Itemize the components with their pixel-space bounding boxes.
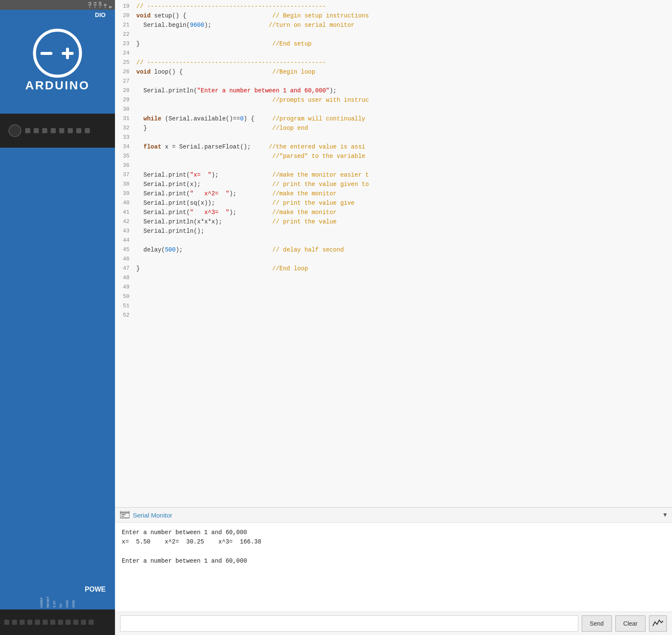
- code-line-27: 27: [115, 77, 672, 86]
- line-content-31: while (Serial.available()==0) { //progra…: [136, 114, 669, 123]
- serial-clear-button[interactable]: Clear: [615, 615, 646, 632]
- code-line-23: 23 } //End setup: [115, 39, 672, 49]
- arduino-logo-area: ARDUINO: [0, 19, 115, 101]
- code-line-28: 28 Serial.println("Enter a number betwee…: [115, 86, 672, 95]
- line-num-50: 50: [115, 292, 136, 301]
- line-num-31: 31: [115, 114, 136, 123]
- line-content-28: Serial.println("Enter a number between 1…: [136, 86, 669, 95]
- pin-label-8: 8: [108, 2, 112, 8]
- line-num-36: 36: [115, 161, 136, 170]
- bottom-hole-11: [81, 620, 86, 625]
- serial-monitor-header: Serial Monitor ▼: [115, 508, 672, 523]
- serial-input-field[interactable]: [120, 615, 578, 632]
- bottom-hole-10: [73, 620, 78, 625]
- serial-graph-button[interactable]: [649, 615, 667, 632]
- code-line-48: 48: [115, 273, 672, 283]
- dio-label: DIO: [95, 11, 110, 18]
- line-content-43: Serial.println();: [136, 226, 669, 236]
- code-line-29: 29 //prompts user with instruc: [115, 95, 672, 105]
- code-line-32: 32 } //loop end: [115, 123, 672, 133]
- serial-send-button[interactable]: Send: [582, 615, 612, 632]
- serial-title-area: Serial Monitor: [120, 511, 172, 519]
- line-num-32: 32: [115, 123, 136, 133]
- hole-1: [25, 128, 30, 133]
- line-content-26: void loop() { //Begin loop: [136, 67, 669, 77]
- line-content-23: } //End setup: [136, 39, 669, 49]
- bottom-hole-3: [20, 620, 25, 625]
- code-line-37: 37 Serial.print("x= "); //make the monit…: [115, 170, 672, 180]
- code-line-31: 31 while (Serial.available()==0) { //pro…: [115, 114, 672, 123]
- code-line-33: 33: [115, 133, 672, 142]
- bottom-hole-6: [43, 620, 48, 625]
- line-num-38: 38: [115, 180, 136, 189]
- line-num-37: 37: [115, 170, 136, 180]
- svg-rect-5: [120, 512, 129, 513]
- code-line-41: 41 Serial.print(" x^3= "); //make the mo…: [115, 208, 672, 217]
- hole-3: [42, 128, 47, 133]
- code-line-44: 44: [115, 236, 672, 245]
- bottom-hole-1: [4, 620, 9, 625]
- code-line-35: 35 //"parsed" to the variable: [115, 152, 672, 161]
- line-num-41: 41: [115, 208, 136, 217]
- bottom-hole-12: [89, 620, 94, 625]
- line-content-21: Serial.begin(9600); //turn on serial mon…: [136, 20, 669, 30]
- bottom-hole-5: [35, 620, 40, 625]
- pin-label-10: ~10: [98, 2, 102, 8]
- bottom-hole-7: [50, 620, 55, 625]
- main-content: 19 // ----------------------------------…: [115, 0, 672, 635]
- line-num-28: 28: [115, 86, 136, 95]
- line-num-40: 40: [115, 198, 136, 208]
- arduino-sidebar: ~12 ~11 ~10 ~9 8 DIO ARDUINO: [0, 0, 115, 635]
- line-num-20: 20: [115, 11, 136, 20]
- line-num-24: 24: [115, 49, 136, 58]
- svg-rect-3: [66, 48, 69, 59]
- line-content-45: delay(500); // delay half second: [136, 245, 669, 255]
- code-line-22: 22: [115, 30, 672, 39]
- serial-output-line-2: x= 5.50 x^2= 30.25 x^3= 166.38: [122, 537, 665, 546]
- serial-graph-icon: [652, 618, 664, 629]
- bottom-hole-2: [12, 620, 17, 625]
- code-line-43: 43 Serial.println();: [115, 226, 672, 236]
- line-num-42: 42: [115, 217, 136, 226]
- serial-collapse-button[interactable]: ▼: [663, 512, 667, 518]
- hole-8: [85, 128, 90, 133]
- svg-rect-1: [40, 52, 52, 55]
- code-line-21: 21 Serial.begin(9600); //turn on serial …: [115, 20, 672, 30]
- line-num-35: 35: [115, 152, 136, 161]
- pin-row-top: ~12 ~11 ~10 ~9 8: [0, 0, 115, 10]
- code-line-34: 34 float x = Serial.parseFloat(); //the …: [115, 142, 672, 152]
- line-num-21: 21: [115, 20, 136, 30]
- code-line-39: 39 Serial.print(" x^2= "); //make the mo…: [115, 189, 672, 198]
- line-content-25: // -------------------------------------…: [136, 58, 669, 67]
- line-content-42: Serial.println(x*x*x); // print the valu…: [136, 217, 669, 226]
- bottom-hole-4: [27, 620, 32, 625]
- serial-input-row: Send Clear: [115, 612, 672, 635]
- code-line-51: 51: [115, 301, 672, 311]
- line-num-51: 51: [115, 301, 136, 311]
- pin-label-11: ~11: [93, 2, 97, 8]
- svg-rect-7: [121, 516, 124, 517]
- line-num-29: 29: [115, 95, 136, 105]
- line-content-41: Serial.print(" x^3= "); //make the monit…: [136, 208, 669, 217]
- power-pin-5v: 5V: [59, 596, 63, 608]
- code-line-47: 47 } //End loop: [115, 264, 672, 273]
- line-num-19: 19: [115, 2, 136, 11]
- line-num-26: 26: [115, 67, 136, 77]
- power-pin-ioref: IOREF: [40, 596, 43, 608]
- code-line-50: 50: [115, 292, 672, 301]
- code-editor[interactable]: 19 // ----------------------------------…: [115, 0, 672, 507]
- serial-monitor-output: Enter a number between 1 and 60,000 x= 5…: [115, 523, 672, 612]
- code-line-40: 40 Serial.print(sq(x)); // print the val…: [115, 198, 672, 208]
- line-num-45: 45: [115, 245, 136, 255]
- line-content-20: void setup() { // Begin setup instructio…: [136, 11, 669, 20]
- code-line-19: 19 // ----------------------------------…: [115, 2, 672, 11]
- code-line-49: 49: [115, 283, 672, 292]
- hole-2: [34, 128, 39, 133]
- code-line-46: 46: [115, 255, 672, 264]
- line-content-47: } //End loop: [136, 264, 669, 273]
- hole-6: [68, 128, 73, 133]
- serial-monitor-title: Serial Monitor: [133, 512, 172, 519]
- code-line-45: 45 delay(500); // delay half second: [115, 245, 672, 255]
- line-num-23: 23: [115, 39, 136, 49]
- code-line-24: 24: [115, 49, 672, 58]
